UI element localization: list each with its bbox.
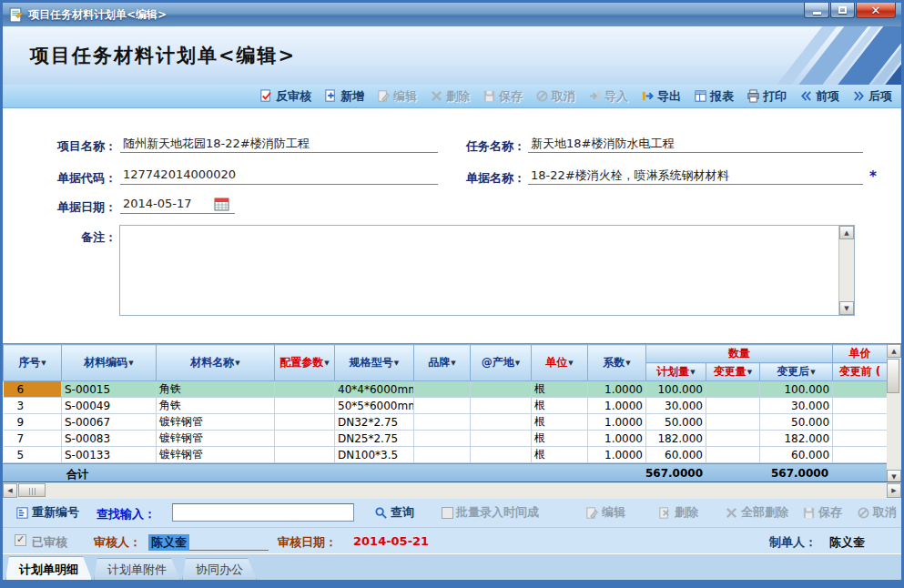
sort-icon: ▼ <box>41 360 46 367</box>
col-brand[interactable]: 品牌▼ <box>414 345 471 381</box>
scroll-up-icon[interactable]: ▲ <box>887 344 901 358</box>
table-row[interactable]: 5 S-00133 镀锌钢管 DN100*3.5 根 1.0000 60.000… <box>4 447 888 463</box>
col-change-qty[interactable]: 变更量▼ <box>706 363 760 381</box>
scroll-down-icon[interactable]: ▼ <box>839 301 854 315</box>
scroll-up-icon[interactable]: ▲ <box>839 226 854 239</box>
col-code[interactable]: 材料编码▼ <box>62 345 157 381</box>
minimize-button[interactable] <box>804 3 829 18</box>
cell-param <box>275 431 335 447</box>
report-icon <box>694 89 707 103</box>
report-button[interactable]: 报表 <box>694 88 734 105</box>
cell-before <box>833 414 888 431</box>
table-row[interactable]: 6 S-00015 角铁 40*4*6000mm 根 1.0000 100.00… <box>4 381 888 398</box>
prev-item-label: 前项 <box>816 88 839 105</box>
edit-icon <box>585 506 599 520</box>
query-button[interactable]: 查询 <box>374 504 414 521</box>
prev-item-button[interactable]: 前项 <box>799 88 839 105</box>
cancel-button: 取消 <box>535 88 575 105</box>
cell-plan: 182.000 <box>646 431 706 447</box>
cell-seq: 6 <box>4 381 62 398</box>
col-name[interactable]: 材料名称▼ <box>157 345 275 381</box>
cell-before <box>833 381 888 398</box>
doc-name-field[interactable]: 18-22#楼消火栓，喷淋系统钢材材料 <box>528 167 863 185</box>
remark-scrollbar[interactable]: ▲ ▼ <box>838 226 854 315</box>
cell-code: S-00083 <box>62 431 157 447</box>
search-input-label: 查找输入： <box>96 506 156 522</box>
cell-unit: 根 <box>532 431 588 447</box>
import-icon <box>588 89 602 103</box>
doc-code-field[interactable]: 127742014000020 <box>120 167 438 185</box>
col-spec[interactable]: 规格型号▼ <box>335 345 414 381</box>
audited-label: 已审核 <box>32 534 67 551</box>
grid-horizontal-scrollbar[interactable]: ◀ ▶ <box>3 483 901 499</box>
scrollbar-thumb[interactable] <box>18 483 46 497</box>
cell-origin <box>471 381 532 398</box>
doc-name-label: 单据名称： <box>451 170 525 187</box>
col-origin[interactable]: @产地▼ <box>471 345 532 381</box>
tab-plan-attachment[interactable]: 计划单附件 <box>94 558 180 580</box>
auditor-value: 陈义奎 <box>148 534 189 551</box>
scrollbar-thumb[interactable] <box>887 359 899 393</box>
renumber-button[interactable]: 重新编号 <box>15 504 79 521</box>
cell-name: 镀锌钢管 <box>157 414 275 431</box>
print-button[interactable]: 打印 <box>747 88 787 105</box>
cell-name: 角铁 <box>157 381 275 398</box>
batch-entry-label: 批量录入时间成 <box>456 504 539 521</box>
col-after-qty[interactable]: 变更后▼ <box>760 363 833 381</box>
sort-icon: ▼ <box>810 369 815 376</box>
col-group-price[interactable]: 单价 <box>833 345 888 363</box>
sort-icon: ▼ <box>451 360 455 367</box>
tab-collaboration[interactable]: 协同办公 <box>182 558 257 580</box>
checkbox-icon <box>442 507 453 519</box>
grid-edit-button: 编辑 <box>585 504 625 521</box>
calendar-button[interactable] <box>214 198 229 211</box>
query-label: 查询 <box>391 504 414 521</box>
add-button[interactable]: 新增 <box>324 88 364 105</box>
sort-icon: ▼ <box>515 360 520 367</box>
maximize-icon <box>838 6 847 14</box>
col-group-qty[interactable]: 数量 <box>646 345 833 363</box>
col-param[interactable]: 配置参数▼ <box>275 345 335 381</box>
main-toolbar: 反审核 新增 编辑 删除 保存 取消 导入 导出 <box>3 85 901 108</box>
export-button[interactable]: 导出 <box>641 88 681 105</box>
col-before-price[interactable]: 变更前 ( <box>833 363 888 381</box>
cell-brand <box>414 447 471 463</box>
cell-before <box>833 398 888 414</box>
col-seq[interactable]: 序号▼ <box>4 345 62 381</box>
cell-before <box>833 431 888 447</box>
table-row[interactable]: 3 S-00049 角铁 50*5*6000mm 根 1.0000 30.000… <box>4 398 888 414</box>
project-name-field[interactable]: 随州新天地花园18-22#楼消防工程 <box>120 136 438 153</box>
maximize-button[interactable] <box>830 3 855 18</box>
scroll-down-icon[interactable]: ▼ <box>887 470 901 482</box>
scroll-left-icon[interactable]: ◀ <box>3 483 17 498</box>
cell-change <box>706 447 760 463</box>
sort-icon: ▼ <box>128 360 133 367</box>
auditor-field[interactable]: 陈义奎 <box>148 532 269 551</box>
delete-all-icon <box>725 506 738 520</box>
print-label: 打印 <box>763 88 787 105</box>
grid-vertical-scrollbar[interactable]: ▲ ▼ <box>887 344 901 482</box>
cell-unit: 根 <box>532 414 588 431</box>
cell-after: 60.000 <box>760 447 833 463</box>
next-item-button[interactable]: 后项 <box>852 88 892 105</box>
col-plan-qty[interactable]: 计划量▼ <box>646 363 706 381</box>
audit-reverse-icon <box>259 89 273 103</box>
audit-reverse-button[interactable]: 反审核 <box>259 88 311 105</box>
table-row[interactable]: 9 S-00067 镀锌钢管 DN32*2.75 根 1.0000 50.000… <box>4 414 888 431</box>
remark-label: 备注： <box>42 229 117 246</box>
scroll-right-icon[interactable]: ▶ <box>887 483 901 498</box>
remark-textarea[interactable]: ▲ ▼ <box>119 225 855 316</box>
close-button[interactable]: ✕ <box>856 3 896 18</box>
search-input[interactable] <box>172 503 354 522</box>
cell-spec: DN25*2.75 <box>335 431 414 447</box>
table-row[interactable]: 7 S-00083 镀锌钢管 DN25*2.75 根 1.0000 182.00… <box>4 431 888 447</box>
cell-name: 镀锌钢管 <box>157 431 275 447</box>
cell-spec: DN32*2.75 <box>335 414 414 431</box>
cancel-label: 取消 <box>552 88 575 105</box>
col-coef[interactable]: 系数▼ <box>588 345 646 381</box>
total-after-qty: 567.0000 <box>759 467 828 480</box>
tab-plan-detail[interactable]: 计划单明细 <box>5 556 92 580</box>
col-unit[interactable]: 单位▼ <box>532 345 588 381</box>
delete-icon <box>430 89 443 103</box>
task-name-field[interactable]: 新天地18#楼消防水电工程 <box>528 136 863 153</box>
